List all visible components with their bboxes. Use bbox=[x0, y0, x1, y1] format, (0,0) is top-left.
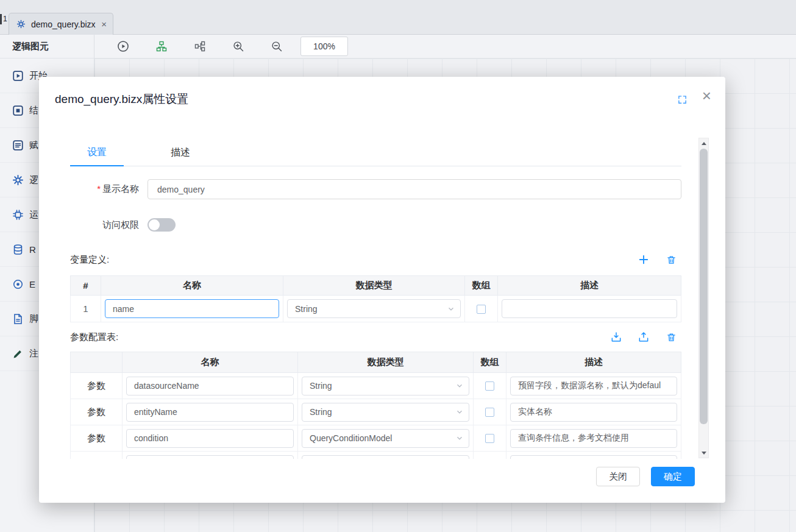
display-name-input[interactable] bbox=[147, 179, 681, 199]
dialog-tabs: 设置 描述 bbox=[70, 140, 681, 166]
column-header: 数据类型 bbox=[298, 352, 474, 373]
column-header bbox=[71, 352, 123, 373]
param-desc-input[interactable] bbox=[510, 429, 677, 448]
param-type-select[interactable]: QueryConditionModel bbox=[302, 429, 469, 448]
row-type-label: 参数 bbox=[87, 433, 105, 443]
param-desc-input[interactable] bbox=[510, 377, 677, 395]
tab-settings[interactable]: 设置 bbox=[70, 140, 124, 166]
param-desc-input[interactable] bbox=[510, 455, 677, 459]
confirm-button[interactable]: 确定 bbox=[651, 467, 695, 486]
end-icon bbox=[12, 105, 24, 116]
param-type-select[interactable]: String bbox=[302, 377, 469, 395]
panel-edge-marker: 1 bbox=[0, 14, 7, 24]
variable-type-select[interactable]: String bbox=[287, 299, 461, 318]
chevron-down-icon bbox=[447, 305, 455, 313]
chevron-down-icon bbox=[456, 434, 463, 442]
zoom-level-button[interactable]: 100% bbox=[300, 37, 348, 56]
editor-tabbar: 1 demo_query.bizx × bbox=[0, 0, 796, 35]
row-type-label: 参数 bbox=[87, 380, 105, 391]
run-icon[interactable] bbox=[116, 40, 130, 53]
table-row: 参数 String bbox=[71, 399, 681, 425]
import-params-icon[interactable] bbox=[609, 330, 623, 344]
pen-icon bbox=[12, 348, 24, 360]
zoom-out-icon[interactable] bbox=[270, 40, 283, 53]
param-array-checkbox[interactable] bbox=[485, 434, 494, 443]
scroll-down-icon[interactable] bbox=[699, 448, 708, 458]
access-row: 访问权限 bbox=[70, 218, 681, 232]
param-desc-input[interactable] bbox=[510, 403, 677, 422]
param-array-checkbox[interactable] bbox=[485, 408, 494, 417]
tab-description[interactable]: 描述 bbox=[154, 140, 207, 166]
column-header: 名称 bbox=[101, 276, 283, 296]
tab-close-icon[interactable]: × bbox=[101, 20, 107, 29]
variables-section: 变量定义: bbox=[70, 253, 681, 266]
params-header-row: 名称 数据类型 数组 描述 bbox=[71, 352, 681, 373]
delete-params-icon[interactable] bbox=[664, 330, 678, 344]
display-name-label: *显示名称 bbox=[70, 183, 139, 195]
es-database-icon bbox=[12, 278, 24, 290]
dialog-title: demo_query.bizx属性设置 bbox=[55, 91, 188, 107]
table-row: 1 String bbox=[71, 296, 681, 322]
access-toggle[interactable] bbox=[147, 218, 176, 232]
column-header: 数组 bbox=[474, 352, 506, 373]
chip-icon bbox=[12, 209, 24, 221]
dialog-body: 设置 描述 *显示名称 访问权限 变量定义: bbox=[70, 137, 681, 459]
tab-label: demo_query.bizx bbox=[31, 20, 96, 29]
chevron-down-icon bbox=[456, 408, 463, 416]
column-header: 数据类型 bbox=[283, 276, 465, 296]
logic-gear-icon bbox=[12, 174, 24, 186]
zoom-in-icon[interactable] bbox=[232, 40, 245, 53]
dialog-scrollbar[interactable] bbox=[698, 138, 709, 458]
params-section: 参数配置表: bbox=[70, 330, 681, 344]
display-name-row: *显示名称 bbox=[70, 179, 681, 199]
variables-table: # 名称 数据类型 数组 描述 1 String bbox=[70, 275, 681, 322]
variables-section-title: 变量定义: bbox=[70, 254, 109, 266]
close-icon[interactable]: × bbox=[702, 88, 711, 104]
properties-dialog: demo_query.bizx属性设置 × 设置 描述 *显示名称 访问权限 变… bbox=[39, 77, 725, 503]
scrollbar-thumb[interactable] bbox=[700, 149, 708, 424]
variable-array-checkbox[interactable] bbox=[477, 305, 486, 314]
column-header: 描述 bbox=[498, 276, 681, 296]
table-row: 参数 String bbox=[71, 373, 681, 399]
param-type-select[interactable]: Int bbox=[302, 455, 469, 459]
export-params-icon[interactable] bbox=[637, 330, 650, 344]
param-type-select[interactable]: String bbox=[302, 403, 469, 422]
param-array-checkbox[interactable] bbox=[485, 381, 494, 391]
tab-demo-query-bizx[interactable]: demo_query.bizx × bbox=[9, 13, 113, 35]
params-section-title: 参数配置表: bbox=[70, 332, 118, 343]
close-button[interactable]: 关闭 bbox=[596, 467, 640, 486]
fullscreen-icon[interactable] bbox=[677, 94, 688, 105]
dialog-footer: 关闭 确定 bbox=[596, 467, 695, 486]
param-name-input[interactable] bbox=[126, 377, 294, 395]
chevron-down-icon bbox=[456, 382, 463, 389]
variable-name-input[interactable] bbox=[105, 299, 279, 318]
table-row: 参数 Int bbox=[71, 452, 681, 459]
table-row: 参数 QueryConditionModel bbox=[71, 425, 681, 452]
gear-icon bbox=[15, 18, 27, 30]
required-mark: * bbox=[97, 183, 101, 194]
layout-tree-vertical-icon[interactable] bbox=[155, 40, 168, 53]
access-label: 访问权限 bbox=[70, 219, 139, 231]
variables-header-row: # 名称 数据类型 数组 描述 bbox=[71, 276, 681, 296]
scroll-up-icon[interactable] bbox=[699, 138, 708, 148]
start-icon bbox=[12, 70, 24, 82]
palette-title: 逻辑图元 bbox=[0, 35, 94, 59]
delete-variable-icon[interactable] bbox=[664, 253, 678, 266]
params-table: 名称 数据类型 数组 描述 参数 String bbox=[70, 352, 681, 459]
row-index: 1 bbox=[83, 303, 88, 314]
layout-tree-horizontal-icon[interactable] bbox=[193, 40, 207, 53]
script-document-icon bbox=[12, 313, 24, 325]
canvas-toolbar: 100% bbox=[94, 35, 796, 59]
param-name-input[interactable] bbox=[126, 403, 294, 422]
row-type-label: 参数 bbox=[87, 459, 105, 459]
add-variable-icon[interactable] bbox=[637, 253, 650, 266]
row-type-label: 参数 bbox=[87, 406, 105, 417]
param-name-input[interactable] bbox=[126, 455, 294, 459]
assign-icon bbox=[12, 140, 24, 151]
column-header: 数组 bbox=[465, 276, 498, 296]
variable-desc-input[interactable] bbox=[502, 299, 677, 318]
rdb-database-icon bbox=[12, 244, 24, 255]
column-header: 描述 bbox=[506, 352, 681, 373]
param-name-input[interactable] bbox=[126, 429, 294, 448]
column-header: 名称 bbox=[123, 352, 298, 373]
